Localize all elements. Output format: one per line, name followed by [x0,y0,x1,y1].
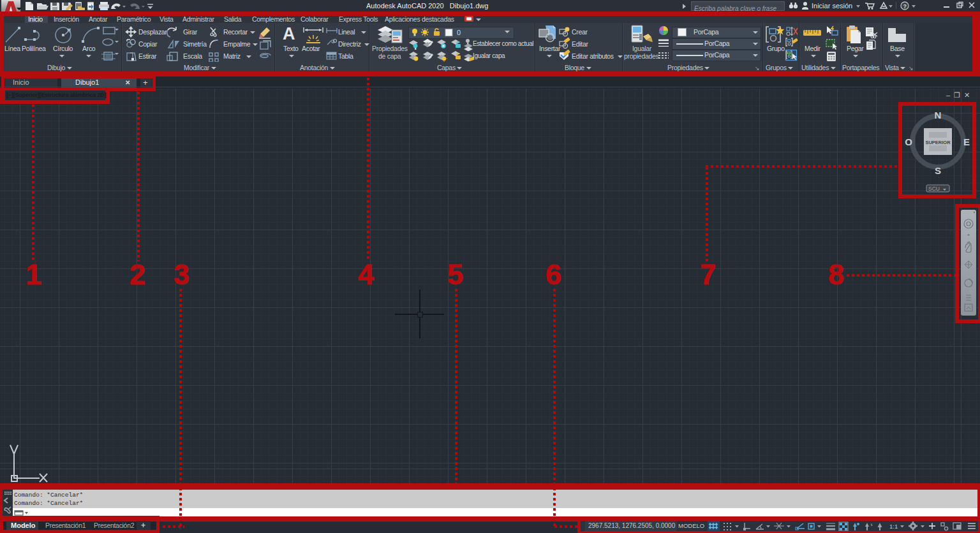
svg-text:Iniciar sesión: Iniciar sesión [812,2,852,10]
svg-text:1:1: 1:1 [889,523,898,530]
svg-text:?: ? [903,3,907,10]
svg-text:0: 0 [457,29,461,36]
